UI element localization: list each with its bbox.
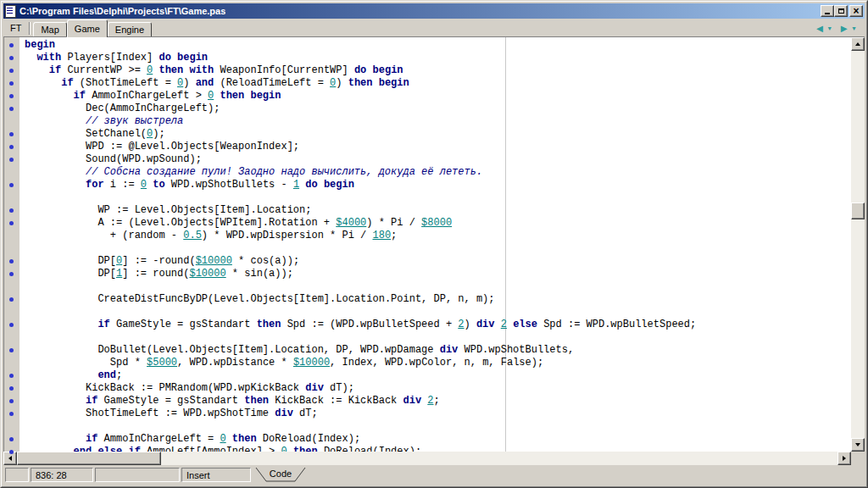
arrow-right-icon	[843, 456, 846, 461]
arrow-up-icon	[855, 42, 860, 46]
horizontal-scroll-thumb[interactable]	[17, 452, 161, 465]
keyword: then	[232, 433, 257, 445]
number-literal: $10000	[196, 255, 232, 267]
compiled-line-dot-icon	[9, 132, 14, 136]
code-line: DP[1] := round($10000 * sin(a));	[25, 268, 851, 280]
tab-map[interactable]: Map	[33, 22, 66, 36]
code-editor[interactable]: begin with Players[Index] do begin if Cu…	[19, 37, 851, 452]
horizontal-scrollbar[interactable]	[3, 452, 851, 465]
tab-engine[interactable]: Engine	[108, 22, 152, 36]
forward-dropdown-icon[interactable]: ▼	[851, 25, 857, 33]
vertical-scroll-thumb[interactable]	[851, 202, 865, 219]
code-text: ) * Pi /	[366, 217, 421, 229]
compiled-line-dot-icon	[9, 259, 14, 263]
scroll-down-button[interactable]	[851, 438, 865, 452]
keyword: else	[513, 319, 537, 330]
keyword: begin	[379, 77, 409, 89]
arrow-left-icon	[8, 456, 12, 461]
code-text: DP[	[97, 255, 116, 267]
code-text: Spd := (WPD.wpBulletSpeed +	[281, 319, 458, 330]
code-text: AmmoLeft[AmmoIndex] >	[141, 446, 281, 452]
minimize-button[interactable]	[821, 5, 834, 17]
code-text: Spd *	[110, 357, 147, 369]
number-literal: $4000	[336, 217, 366, 229]
keyword: then	[348, 77, 373, 89]
titlebar-buttons: ×	[821, 5, 863, 17]
code-line	[25, 280, 851, 293]
compiled-line-dot-icon	[9, 272, 14, 276]
keyword: if	[74, 90, 86, 102]
compiled-line-dot-icon	[9, 56, 14, 60]
code-text: , WPD.wpDistance *	[177, 357, 293, 369]
status-modified	[95, 468, 180, 482]
number-literal: $5000	[147, 357, 177, 369]
number-literal: 0.5	[183, 230, 202, 241]
keyword: else	[97, 446, 122, 452]
code-text: );	[153, 128, 164, 140]
code-bottom-tab[interactable]: Code	[253, 467, 308, 483]
code-text: WeaponInfo[CurrentWP]	[214, 64, 354, 76]
tab-game[interactable]: Game	[67, 19, 108, 37]
compiled-line-dot-icon	[9, 399, 14, 403]
vertical-scrollbar[interactable]	[851, 37, 865, 452]
code-text: , Index, WPD.wpColor, n, m, False);	[330, 357, 543, 369]
keyword: if	[86, 395, 97, 407]
code-text: WPD.wpShotBullets,	[458, 344, 574, 356]
scroll-up-button[interactable]	[851, 37, 865, 51]
code-text	[318, 179, 324, 191]
number-literal: 180	[373, 230, 392, 241]
code-line: with Players[Index] do begin	[25, 52, 851, 64]
code-line	[25, 191, 851, 204]
code-line: WP := Level.Objects[Item].Location;	[25, 204, 851, 217]
code-line: begin	[25, 39, 851, 52]
code-line: WPD := @Level.Objects[WeaponIndex];	[25, 141, 851, 153]
code-line: KickBack := PMRandom(WPD.wpKickBack div …	[25, 382, 851, 395]
keyword: then	[257, 319, 281, 330]
back-arrow-icon[interactable]: ◄	[814, 24, 825, 34]
code-text: i :=	[104, 179, 141, 191]
keyword: if	[128, 446, 140, 452]
code-text: CurrentWP >=	[61, 64, 147, 76]
code-line	[25, 420, 851, 433]
keyword: with	[189, 64, 214, 76]
status-bar: 836: 28 Insert Code	[3, 465, 865, 485]
compiled-line-dot-icon	[9, 145, 14, 149]
close-button[interactable]: ×	[849, 5, 863, 17]
minimize-icon	[825, 13, 830, 14]
keyword: to	[153, 179, 164, 191]
code-text: AmmoInChargeLeft >	[86, 90, 208, 102]
tab-bar: FT Map Game Engine ◄ ▼ ► ▼	[3, 19, 865, 36]
code-text: dT;	[293, 408, 318, 419]
code-text	[226, 433, 232, 445]
compiled-line-dot-icon	[9, 81, 14, 86]
number-literal: 2	[458, 319, 464, 330]
restore-button[interactable]	[834, 5, 848, 17]
title-bar[interactable]: C:\Program Files\Delphi\Projects\FT\Game…	[3, 3, 865, 19]
code-text: ;	[391, 230, 397, 241]
keyword: if	[49, 64, 61, 76]
code-text: WP := Level.Objects[Item].Location;	[97, 204, 311, 216]
code-text: )	[336, 77, 348, 89]
number-literal: 1	[293, 179, 299, 191]
code-text: )	[465, 319, 476, 330]
scrollbar-corner	[851, 452, 865, 465]
scroll-right-button[interactable]	[837, 452, 851, 465]
compiled-line-dot-icon	[9, 450, 14, 454]
keyword: begin	[324, 179, 354, 191]
code-text: WPD := @Level.Objects[WeaponIndex];	[86, 141, 299, 152]
code-text: ;	[434, 395, 440, 407]
editor-area: begin with Players[Index] do begin if Cu…	[3, 36, 865, 452]
back-dropdown-icon[interactable]: ▼	[826, 25, 832, 33]
code-text	[287, 446, 293, 452]
compiled-line-dot-icon	[9, 69, 14, 73]
window-title: C:\Program Files\Delphi\Projects\FT\Game…	[19, 6, 225, 16]
keyword: do	[159, 52, 170, 64]
forward-arrow-icon[interactable]: ►	[838, 24, 849, 34]
code-line: Dec(AmmoInChargeLeft);	[25, 103, 851, 115]
keyword: with	[36, 52, 61, 64]
code-line: if GameStyle = gsStandart then KickBack …	[25, 395, 851, 408]
keyword: begin	[25, 39, 55, 51]
code-line: Spd * $5000, WPD.wpDistance * $10000, In…	[25, 357, 851, 369]
code-text: SetChanel(	[86, 128, 147, 140]
editor-gutter[interactable]	[4, 37, 19, 452]
